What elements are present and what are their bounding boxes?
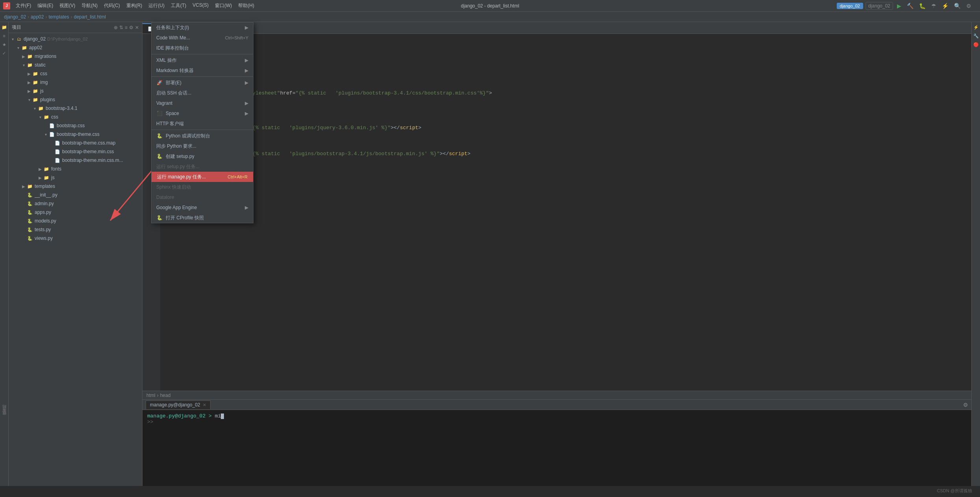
settings-gear-icon[interactable]: ⚙: [965, 2, 973, 10]
breadcrumb-path: html › head: [146, 393, 170, 398]
breadcrumb-project[interactable]: django_02: [4, 14, 26, 20]
tree-item-fonts[interactable]: ▶ 📁 fonts: [9, 165, 142, 173]
user-badge[interactable]: django_02: [837, 3, 863, 9]
dropdown-item-tasks-context[interactable]: 任务和上下文(I) ▶: [152, 22, 253, 33]
tree-toggle-app02[interactable]: ▾: [16, 45, 20, 50]
dropdown-item-code-with-me[interactable]: Code With Me... Ctrl+Shift+Y: [152, 33, 253, 43]
tree-item-bootstrapthememincssm[interactable]: ▶ 📄 bootstrap-theme.min.css.m...: [9, 156, 142, 165]
tree-item-img[interactable]: ▶ 📁 img: [9, 78, 142, 87]
code-content[interactable]: <link rel="stylesheet" href="{% static '…: [160, 34, 971, 391]
build-button[interactable]: 🔨: [905, 2, 915, 10]
tree-item-css[interactable]: ▶ 📁 css: [9, 69, 142, 78]
menu-run[interactable]: 运行(U): [145, 2, 168, 10]
dropdown-item-markdown[interactable]: Markdown 转换器 ▶: [152, 65, 253, 76]
dropdown-item-ssh[interactable]: 启动 SSH 会话...: [152, 88, 253, 98]
breadcrumb-templates[interactable]: templates: [48, 14, 69, 20]
tree-item-initpy[interactable]: ▶ 🐍 __init__.py: [9, 191, 142, 199]
sidebar-project-icon[interactable]: 📁: [1, 24, 8, 31]
tree-toggle-img[interactable]: ▶: [27, 80, 31, 85]
menu-vcs[interactable]: VCS(S): [189, 2, 212, 10]
tree-item-appspy[interactable]: ▶ 🐍 apps.py: [9, 208, 142, 217]
tree-item-static[interactable]: ▾ 📁 static: [9, 61, 142, 69]
tree-toggle-css[interactable]: ▶: [27, 71, 31, 76]
dropdown-item-create-setup[interactable]: 🐍 创建 setup.py: [152, 151, 253, 161]
tree-item-bsjs[interactable]: ▶ 📁 js: [9, 173, 142, 182]
tree-toggle-templates[interactable]: ▶: [21, 184, 26, 189]
dropdown-item-ide-console[interactable]: IDE 脚本控制台: [152, 43, 253, 53]
html-tag-script2-close: script: [449, 150, 468, 167]
tree-item-bootstrap341[interactable]: ▾ 📁 bootstrap-3.4.1: [9, 104, 142, 113]
dropdown-item-python-debug[interactable]: 🐍 Python 或调试控制台: [152, 131, 253, 141]
tree-item-testspy[interactable]: ▶ 🐍 tests.py: [9, 225, 142, 234]
breadcrumb-file[interactable]: depart_list.html: [74, 14, 105, 20]
dropdown-item-sync-python[interactable]: 同步 Python 要求...: [152, 141, 253, 151]
sidebar-todo-icon[interactable]: ✓: [1, 50, 8, 57]
tree-item-bscss[interactable]: ▾ 📁 css: [9, 113, 142, 121]
menu-help[interactable]: 帮助(H): [235, 2, 257, 10]
breadcrumb-head[interactable]: head: [160, 393, 171, 398]
dropdown-item-xml-ops[interactable]: XML 操作 ▶: [152, 55, 253, 65]
dropdown-item-run-managepy[interactable]: 运行 manage.py 任务... Ctrl+Alt+R: [152, 172, 253, 182]
tree-toggle-bscss[interactable]: ▾: [38, 115, 43, 119]
code-editor[interactable]: 1 2 3 4 5 6 7 8 9 10 11 12 13 14 15: [142, 34, 971, 391]
menu-refactor[interactable]: 重构(R): [123, 2, 146, 10]
dropdown-item-space[interactable]: ⬛ Space ▶: [152, 108, 253, 119]
tree-item-adminpy[interactable]: ▶ 🐍 admin.py: [9, 199, 142, 208]
tree-close-icon[interactable]: ✕: [135, 25, 139, 30]
tree-item-bootstrapcss[interactable]: ▶ 📄 bootstrap.css: [9, 121, 142, 130]
run-button[interactable]: ▶: [895, 2, 903, 10]
search-everywhere-button[interactable]: 🔍: [952, 2, 962, 10]
tree-settings-icon[interactable]: ⚙: [129, 25, 133, 30]
tree-item-viewspy[interactable]: ▶ 🐍 views.py: [9, 234, 142, 243]
debug-button[interactable]: 🐛: [917, 2, 927, 10]
tree-item-bootstrapthemecssmap[interactable]: ▶ 📄 bootstrap-theme.css.map: [9, 139, 142, 147]
tree-expand-icon[interactable]: ⇅: [119, 25, 123, 30]
dropdown-item-google-app[interactable]: Google App Engine ▶: [152, 202, 253, 213]
tree-toggle-plugins[interactable]: ▾: [27, 97, 31, 102]
tree-item-bootstrapthememincss[interactable]: ▶ 📄 bootstrap-theme.min.css: [9, 147, 142, 156]
menu-code[interactable]: 代码(C): [101, 2, 123, 10]
sidebar-bookmarks-icon[interactable]: ★: [1, 41, 8, 48]
tree-item-plugins[interactable]: ▾ 📁 plugins: [9, 95, 142, 104]
dropdown-item-vagrant[interactable]: Vagrant ▶: [152, 98, 253, 108]
breadcrumb-html[interactable]: html: [146, 393, 155, 398]
dropdown-item-deploy[interactable]: 🚀 部署(E) ▶: [152, 78, 253, 88]
tree-item-templates[interactable]: ▶ 📁 templates: [9, 182, 142, 191]
tree-toggle-bootstrap341[interactable]: ▾: [32, 106, 37, 111]
tree-collapse-icon[interactable]: ≡: [125, 25, 128, 30]
tree-item-js[interactable]: ▶ 📁 js: [9, 87, 142, 95]
tree-item-bootstrapthemecss[interactable]: ▾ 📄 bootstrap-theme.css: [9, 130, 142, 139]
menu-tools[interactable]: 工具(T): [168, 2, 189, 10]
tree-toggle-bsjs[interactable]: ▶: [38, 175, 43, 180]
tree-toggle-bootstrapthemecss[interactable]: ▾: [43, 132, 48, 137]
right-sidebar-icon-2[interactable]: 🔧: [973, 32, 980, 39]
tree-toggle-js[interactable]: ▶: [27, 89, 31, 93]
menu-view[interactable]: 视图(V): [56, 2, 78, 10]
tree-toggle-django02[interactable]: ▾: [10, 37, 15, 41]
sidebar-structure-icon[interactable]: ≡: [1, 32, 8, 39]
dropdown-item-cprofile[interactable]: 🐍 打开 CProfile 快照: [152, 213, 253, 223]
tree-item-modelspy[interactable]: ▶ 🐍 models.py: [9, 217, 142, 225]
menu-file[interactable]: 文件(F): [13, 2, 34, 10]
run-config[interactable]: django_02: [865, 2, 893, 10]
dropdown-item-http-client[interactable]: HTTP 客户端: [152, 119, 253, 129]
breadcrumb-app[interactable]: app02: [31, 14, 44, 20]
tree-item-app02[interactable]: ▾ 📁 app02: [9, 43, 142, 52]
terminal-tab-close[interactable]: ✕: [203, 402, 206, 408]
terminal-settings-icon[interactable]: ⚙: [963, 402, 968, 408]
menu-edit[interactable]: 编辑(E): [34, 2, 56, 10]
tree-toggle-fonts[interactable]: ▶: [38, 167, 43, 171]
tree-toggle-static[interactable]: ▾: [21, 63, 26, 67]
menu-nav[interactable]: 导航(N): [78, 2, 101, 10]
tree-item-django02[interactable]: ▾ 🗂 django_02 D:\Python\django_02: [9, 35, 142, 43]
terminal-content[interactable]: manage.py@django_02 > mi >>: [142, 410, 971, 486]
coverage-button[interactable]: ☂: [930, 2, 938, 10]
right-sidebar-icon-3[interactable]: 🔴: [973, 41, 980, 48]
tree-locate-icon[interactable]: ⊕: [114, 25, 118, 30]
right-sidebar-icon-1[interactable]: ⚡: [973, 24, 980, 31]
tree-item-migrations[interactable]: ▶ 📁 migrations: [9, 52, 142, 61]
profile-button[interactable]: ⚡: [940, 2, 950, 10]
terminal-tab-managepy[interactable]: manage.py@django_02 ✕: [146, 401, 211, 409]
tree-toggle-migrations[interactable]: ▶: [21, 54, 26, 59]
menu-window[interactable]: 窗口(W): [212, 2, 235, 10]
